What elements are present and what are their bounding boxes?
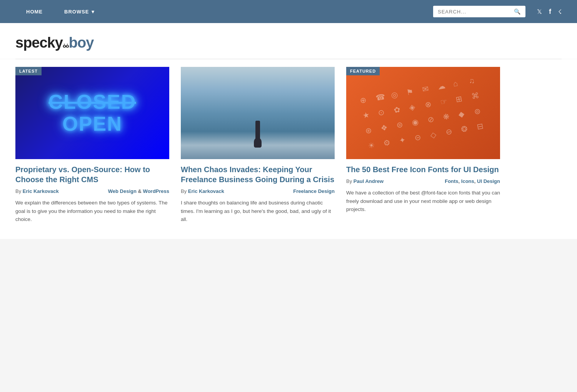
twitter-icon[interactable]: 𝕏: [537, 8, 542, 15]
main-content: CLOSED OPEN LATEST Proprietary vs. Open-…: [0, 59, 577, 239]
nav-left: HOME BROWSE ▾: [15, 0, 105, 23]
article-card-2: When Chaos Invades: Keeping Your Freelan…: [181, 67, 335, 224]
article-categories-2: Freelance Design: [293, 188, 335, 194]
category-link-6[interactable]: UI Design: [477, 178, 500, 184]
cat-sep-2: ,: [474, 178, 477, 184]
article-title-3[interactable]: The 50 Best Free Icon Fonts for UI Desig…: [346, 164, 500, 174]
article-image-3[interactable]: ⊕☎◎⚑✉☁⌂♫ ★⊙✿◈⊗☞⊞⌘ ⊛❖⊜◉⊘❋◆⊚ ☀⚙✦⊝◇⊖❂⊟ FEAT…: [346, 67, 500, 159]
article-categories-3: Fonts, Icons, UI Design: [445, 178, 500, 184]
article-by-1: By Eric Karkovack: [15, 188, 59, 194]
article-author-1[interactable]: Eric Karkovack: [23, 188, 59, 194]
icon-pattern: ⊕☎◎⚑✉☁⌂♫ ★⊙✿◈⊗☞⊞⌘ ⊛❖⊜◉⊘❋◆⊚ ☀⚙✦⊝◇⊖❂⊟: [355, 71, 491, 155]
logo-text-black: specky: [15, 35, 63, 51]
category-link-5[interactable]: Icons: [461, 178, 474, 184]
article-badge-latest: LATEST: [15, 67, 42, 75]
article-image-2[interactable]: [181, 67, 335, 159]
social-links: 𝕏 f ☇: [537, 8, 562, 16]
cat-sep-1: ,: [459, 178, 461, 184]
article-image-1[interactable]: CLOSED OPEN LATEST: [15, 67, 169, 159]
article-meta-3: By Paul Andrew Fonts, Icons, UI Design: [346, 178, 500, 184]
article-author-3[interactable]: Paul Andrew: [354, 178, 384, 184]
category-separator: &: [138, 188, 143, 194]
search-button[interactable]: 🔍: [510, 6, 524, 17]
logo-text-blue: boy: [69, 35, 94, 51]
nav-browse[interactable]: BROWSE ▾: [53, 0, 105, 23]
category-link[interactable]: Web Design: [108, 188, 137, 194]
navigation: HOME BROWSE ▾ 🔍 𝕏 f ☇: [0, 0, 577, 23]
logo-area: speckyȯȯboy: [0, 23, 577, 59]
rss-icon[interactable]: ☇: [558, 8, 562, 15]
logo-eyes: ȯȯ: [63, 43, 69, 49]
article-badge-featured: FEATURED: [346, 67, 380, 75]
search-bar: 🔍: [433, 6, 525, 17]
article-excerpt-1: We explain the differences between the t…: [15, 199, 169, 224]
article-title-1[interactable]: Proprietary vs. Open-Source: How to Choo…: [15, 164, 169, 184]
article-by-2: By Eric Karkovack: [181, 188, 224, 194]
search-input[interactable]: [433, 6, 510, 17]
article-excerpt-3: We have a collection of the best @font-f…: [346, 189, 500, 214]
article-excerpt-2: I share thoughts on balancing life and b…: [181, 199, 335, 224]
nav-home-label: HOME: [26, 9, 43, 15]
article-meta-1: By Eric Karkovack Web Design & WordPress: [15, 188, 169, 194]
category-link-3[interactable]: Freelance Design: [293, 188, 335, 194]
article-meta-2: By Eric Karkovack Freelance Design: [181, 188, 335, 194]
nav-home[interactable]: HOME: [15, 0, 53, 23]
category-link-4[interactable]: Fonts: [445, 178, 458, 184]
article-by-3: By Paul Andrew: [346, 178, 384, 184]
site-logo[interactable]: speckyȯȯboy: [15, 35, 562, 51]
chevron-down-icon: ▾: [92, 9, 95, 15]
nav-browse-label: BROWSE: [64, 9, 89, 15]
article-categories-1: Web Design & WordPress: [108, 188, 169, 194]
category-link-2[interactable]: WordPress: [143, 188, 169, 194]
search-icon: 🔍: [514, 8, 520, 15]
article-card: CLOSED OPEN LATEST Proprietary vs. Open-…: [15, 67, 169, 224]
article-author-2[interactable]: Eric Karkovack: [188, 188, 224, 194]
article-title-2[interactable]: When Chaos Invades: Keeping Your Freelan…: [181, 164, 335, 184]
articles-grid: CLOSED OPEN LATEST Proprietary vs. Open-…: [15, 67, 500, 224]
facebook-icon[interactable]: f: [549, 8, 551, 16]
article-card-3: ⊕☎◎⚑✉☁⌂♫ ★⊙✿◈⊗☞⊞⌘ ⊛❖⊜◉⊘❋◆⊚ ☀⚙✦⊝◇⊖❂⊟ FEAT…: [346, 67, 500, 224]
